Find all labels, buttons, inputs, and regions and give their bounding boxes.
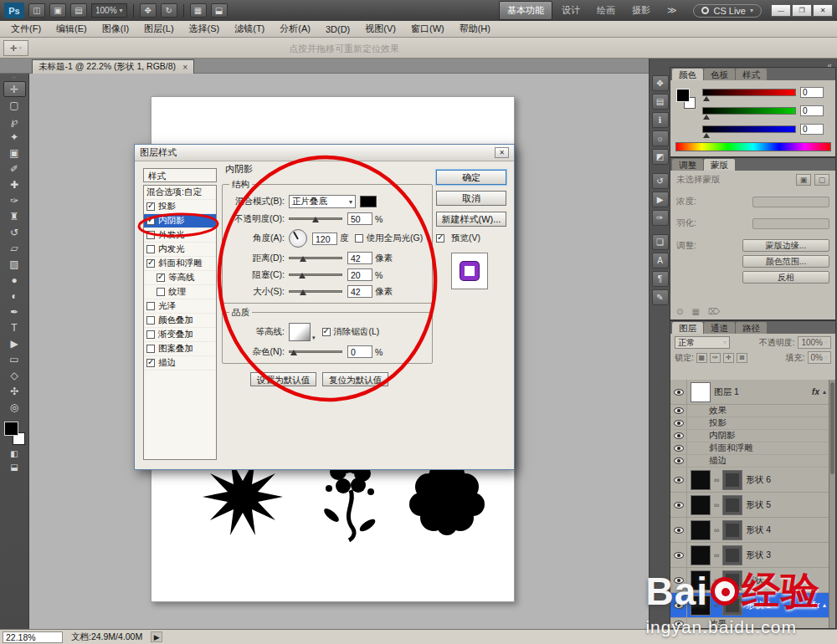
tool-blur[interactable]: ● <box>3 272 26 288</box>
checkbox-inner-glow[interactable] <box>146 245 155 253</box>
minimize-button[interactable]: — <box>771 4 791 17</box>
visibility-toggle[interactable] <box>670 417 687 429</box>
actions-icon[interactable]: ▶ <box>652 192 669 207</box>
tool-3d-rotate[interactable]: ◇ <box>3 367 26 383</box>
effect-row-inner-shadow[interactable]: 内阴影 <box>670 430 829 442</box>
tab-swatches[interactable]: 色板 <box>704 69 735 80</box>
workspace-design[interactable]: 设计 <box>554 2 588 19</box>
layer-thumbnail[interactable] <box>691 570 711 590</box>
opacity-field[interactable]: 50 <box>347 212 372 225</box>
red-value-field[interactable]: 0 <box>800 87 824 98</box>
tool-presets-icon[interactable]: ✑ <box>652 210 669 226</box>
tab-masks[interactable]: 蒙版 <box>704 159 735 171</box>
color-spectrum-ramp[interactable] <box>675 142 831 151</box>
dialog-close-button[interactable]: ✕ <box>495 147 509 158</box>
fx-expander-icon[interactable]: ▴ <box>823 388 826 396</box>
tab-styles[interactable]: 样式 <box>736 69 767 80</box>
foreground-color-swatch[interactable] <box>4 422 18 436</box>
navigator-icon[interactable]: ✥ <box>652 75 669 91</box>
layer-thumbnail[interactable] <box>691 595 711 616</box>
tool-healing-brush[interactable]: ✚ <box>3 176 26 192</box>
style-item-gradient-overlay[interactable]: 渐变叠加 <box>144 328 216 342</box>
zoom-percentage-field[interactable]: 22.18% <box>3 631 63 643</box>
tab-layers[interactable]: 图层 <box>672 322 703 334</box>
tab-adjustments[interactable]: 调整 <box>672 159 703 171</box>
menu-item-view[interactable]: 视图(V) <box>357 20 403 38</box>
green-slider[interactable] <box>702 107 796 115</box>
apply-mask-icon[interactable]: ▦ <box>691 307 699 316</box>
style-item-bevel-emboss[interactable]: 斜面和浮雕 <box>144 257 216 271</box>
new-style-button[interactable]: 新建样式(W)... <box>436 212 506 227</box>
layer-row-shape1-selected[interactable]: ∞ 形状 1 fx ▴ <box>670 593 829 618</box>
clone-source-icon[interactable]: ❏ <box>652 234 669 250</box>
style-item-color-overlay[interactable]: 颜色叠加 <box>144 314 216 328</box>
layer-row-shape5[interactable]: ∞ 形状 5 <box>670 493 829 518</box>
mask-enable-icon[interactable]: ⊙ <box>676 307 683 316</box>
layer-thumbnail[interactable] <box>691 470 711 490</box>
style-item-contour[interactable]: 等高线 <box>144 271 216 285</box>
add-pixel-mask-icon[interactable]: ▣ <box>796 174 811 186</box>
workspace-overflow-button[interactable]: ≫ <box>660 3 685 18</box>
preview-checkbox[interactable] <box>436 234 444 243</box>
tab-color[interactable]: 颜色 <box>672 69 703 80</box>
choke-field[interactable]: 20 <box>347 268 372 281</box>
checkbox-drop-shadow[interactable] <box>146 202 155 211</box>
tool-dodge[interactable]: ◐ <box>3 288 26 304</box>
tool-eraser[interactable]: ▱ <box>3 240 26 256</box>
blend-mode-select[interactable]: 正常 ▾ <box>675 336 730 349</box>
contour-picker[interactable] <box>289 323 311 341</box>
checkbox-outer-glow[interactable] <box>146 231 155 239</box>
zoom-level-dropdown[interactable]: 100% ▾ <box>91 3 127 18</box>
histogram-icon[interactable]: ▤ <box>652 94 669 110</box>
panel-grip[interactable]: ⁘ <box>0 74 28 81</box>
visibility-toggle[interactable] <box>670 543 687 567</box>
vector-mask-thumbnail[interactable] <box>722 470 742 490</box>
tool-preset-picker[interactable]: ✛ ▾ <box>3 40 28 56</box>
arrange-documents-icon[interactable]: ▦ <box>190 3 207 18</box>
mask-edge-button[interactable]: 蒙版边缘... <box>742 239 829 252</box>
red-slider[interactable] <box>702 89 796 96</box>
styles-list-header[interactable]: 样式 <box>143 168 217 182</box>
document-tab[interactable]: 未标题-1 @ 22.2% (形状 1, RGB/8) × <box>32 59 194 74</box>
visibility-toggle[interactable] <box>670 518 687 542</box>
tool-zoom[interactable]: ◎ <box>3 399 26 415</box>
checkbox-satin[interactable] <box>146 302 155 310</box>
vector-mask-thumbnail[interactable] <box>722 570 742 590</box>
checkbox-texture[interactable] <box>157 288 165 296</box>
layer-row-shape4[interactable]: ∞ 形状 4 <box>670 518 829 543</box>
noise-slider[interactable] <box>289 350 342 353</box>
fx-badge[interactable]: fx <box>812 601 819 610</box>
tool-quick-selection[interactable]: ✦ <box>3 129 26 145</box>
character-icon[interactable]: A <box>652 253 669 268</box>
adjustments-icon[interactable]: ☼ <box>652 130 669 146</box>
quick-mask-icon[interactable]: ◧ <box>3 447 26 460</box>
style-item-satin[interactable]: 光泽 <box>144 299 216 314</box>
angle-dial[interactable] <box>289 229 307 248</box>
style-item-inner-glow[interactable]: 内发光 <box>144 243 216 257</box>
lock-pixels-icon[interactable]: ✑ <box>710 353 721 363</box>
visibility-toggle[interactable] <box>670 568 687 592</box>
tool-brush[interactable]: ✑ <box>3 192 26 208</box>
tool-rectangular-marquee[interactable]: ▢ <box>3 97 26 113</box>
reset-default-button[interactable]: 复位为默认值 <box>322 372 388 386</box>
visibility-toggle[interactable] <box>670 618 687 628</box>
screen-mode-toggle-icon[interactable]: ⬓ <box>3 460 26 473</box>
tool-crop[interactable]: ▣ <box>3 145 26 161</box>
menu-item-help[interactable]: 帮助(H) <box>452 20 498 38</box>
menu-item-filter[interactable]: 滤镜(T) <box>227 20 272 38</box>
effect-row-effects[interactable]: 效果 <box>670 618 829 628</box>
close-button[interactable]: ✕ <box>813 4 833 17</box>
effect-row-effects[interactable]: 效果 <box>670 405 829 417</box>
style-item-inner-shadow[interactable]: 内阴影 <box>144 214 216 228</box>
menu-item-3d[interactable]: 3D(D) <box>318 22 357 37</box>
tool-path-selection[interactable]: ▶ <box>3 335 26 351</box>
vector-mask-thumbnail[interactable] <box>722 545 742 565</box>
effect-row-bevel-emboss[interactable]: 斜面和浮雕 <box>670 442 829 455</box>
menu-item-analysis[interactable]: 分析(A) <box>272 20 318 38</box>
invert-button[interactable]: 反相 <box>742 271 829 284</box>
delete-mask-icon[interactable]: ⌦ <box>708 307 720 316</box>
effect-row-stroke[interactable]: 描边 <box>670 455 829 468</box>
view-extras-icon[interactable]: ▤ <box>70 3 87 18</box>
blend-mode-select[interactable]: 正片叠底 ▾ <box>289 195 356 208</box>
distance-slider[interactable] <box>289 257 342 259</box>
